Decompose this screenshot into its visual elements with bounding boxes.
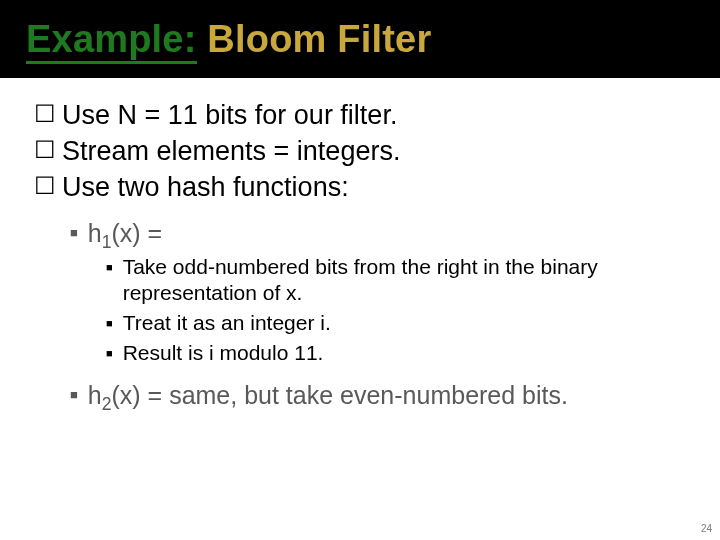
page-number: 24 <box>701 523 712 534</box>
h1-pre: h <box>88 219 102 247</box>
filled-square-bullet-icon: ■ <box>70 218 78 248</box>
title-bar: Example: Bloom Filter <box>0 0 720 78</box>
h2-post: (x) = same, but take even-numbered bits. <box>112 381 568 409</box>
bullet-h1: ■ h1(x) = <box>70 218 686 248</box>
bullet-text: Stream elements = integers. <box>62 134 400 168</box>
h1-post: (x) = <box>112 219 163 247</box>
bullet-h2: ■ h2(x) = same, but take even-numbered b… <box>70 380 686 410</box>
square-bullet-icon: ☐ <box>34 98 56 130</box>
h1-definition: h1(x) = <box>88 218 162 248</box>
title-part-bloom: Bloom Filter <box>197 18 432 60</box>
filled-square-bullet-icon: ■ <box>70 380 78 410</box>
bullet-hash-functions: ☐ Use two hash functions: <box>34 170 686 204</box>
square-bullet-icon: ☐ <box>34 134 56 166</box>
bullet-text: Use N = 11 bits for our filter. <box>62 98 397 132</box>
bullet-stream-elements: ☐ Stream elements = integers. <box>34 134 686 168</box>
h2-subscript: 2 <box>102 394 112 414</box>
bullet-h1-step-modulo: ■ Result is i modulo 11. <box>106 340 686 366</box>
h1-subscript: 1 <box>102 232 112 252</box>
filled-square-bullet-icon: ■ <box>106 340 113 366</box>
content-area: ☐ Use N = 11 bits for our filter. ☐ Stre… <box>0 78 720 410</box>
filled-square-bullet-icon: ■ <box>106 310 113 336</box>
h2-definition: h2(x) = same, but take even-numbered bit… <box>88 380 568 410</box>
bullet-text: Use two hash functions: <box>62 170 349 204</box>
bullet-h1-step-integer: ■ Treat it as an integer i. <box>106 310 686 336</box>
h2-pre: h <box>88 381 102 409</box>
slide-title: Example: Bloom Filter <box>26 18 431 61</box>
filled-square-bullet-icon: ■ <box>106 254 113 280</box>
bullet-text: Treat it as an integer i. <box>123 310 331 336</box>
title-part-example: Example: <box>26 18 197 64</box>
square-bullet-icon: ☐ <box>34 170 56 202</box>
bullet-use-n: ☐ Use N = 11 bits for our filter. <box>34 98 686 132</box>
bullet-text: Take odd-numbered bits from the right in… <box>123 254 686 306</box>
bullet-h1-step-odd-bits: ■ Take odd-numbered bits from the right … <box>106 254 686 306</box>
bullet-text: Result is i modulo 11. <box>123 340 324 366</box>
